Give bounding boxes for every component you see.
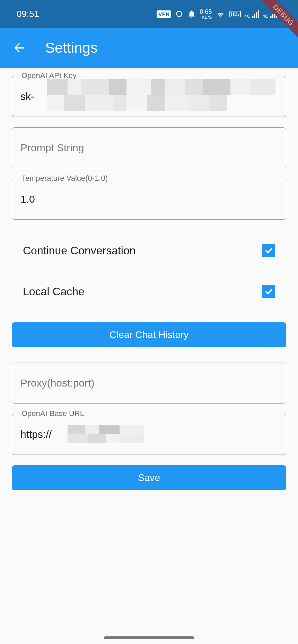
redacted-overlay [47,79,284,114]
base-url-field[interactable] [12,414,286,455]
back-arrow-icon[interactable] [12,41,26,55]
prompt-input[interactable] [20,142,278,154]
temperature-field-wrap: Temperature Value(0-1.0) [12,179,286,220]
app-bar: Settings [0,28,298,68]
status-bar: 09:51 VPN 0.65 KB/S HD₁ 4G 4G [0,0,298,28]
hd-badge: HD₁ [229,11,241,17]
status-right: VPN 0.65 KB/S HD₁ 4G 4G [157,9,288,19]
base-url-field-wrap: OpenAI Base URL [12,414,286,455]
clear-history-button[interactable]: Clear Chat History [12,322,286,347]
local-cache-label: Local Cache [23,285,85,298]
proxy-field-wrap [12,363,286,404]
proxy-input[interactable] [20,377,278,389]
continue-conversation-label: Continue Conversation [23,244,136,257]
save-button[interactable]: Save [12,465,286,490]
check-icon [264,246,273,255]
redacted-overlay [68,425,144,443]
continue-conversation-checkbox[interactable] [262,244,275,257]
prompt-field[interactable] [12,127,286,168]
temperature-field[interactable] [12,179,286,220]
mute-icon [187,9,196,18]
signal-4g-1: 4G [244,9,259,18]
continue-conversation-row: Continue Conversation [12,230,286,271]
api-key-field[interactable] [12,76,286,117]
temperature-input[interactable] [20,193,278,205]
wifi-icon [216,9,226,18]
base-url-input[interactable] [20,429,278,440]
local-cache-checkbox[interactable] [262,285,275,298]
network-speed: 0.65 KB/S [200,9,212,19]
check-icon [264,287,273,296]
settings-form: OpenAI API Key Temperature Value(0-1.0) … [0,68,298,490]
proxy-field[interactable] [12,363,286,404]
local-cache-row: Local Cache [12,271,286,312]
status-time: 09:51 [17,9,39,19]
page-title: Settings [45,40,98,56]
api-key-field-wrap: OpenAI API Key [12,76,286,117]
vpn-badge: VPN [157,10,171,18]
gesture-nav-bar[interactable] [104,636,194,639]
alarm-icon [175,9,184,18]
prompt-field-wrap [12,127,286,168]
